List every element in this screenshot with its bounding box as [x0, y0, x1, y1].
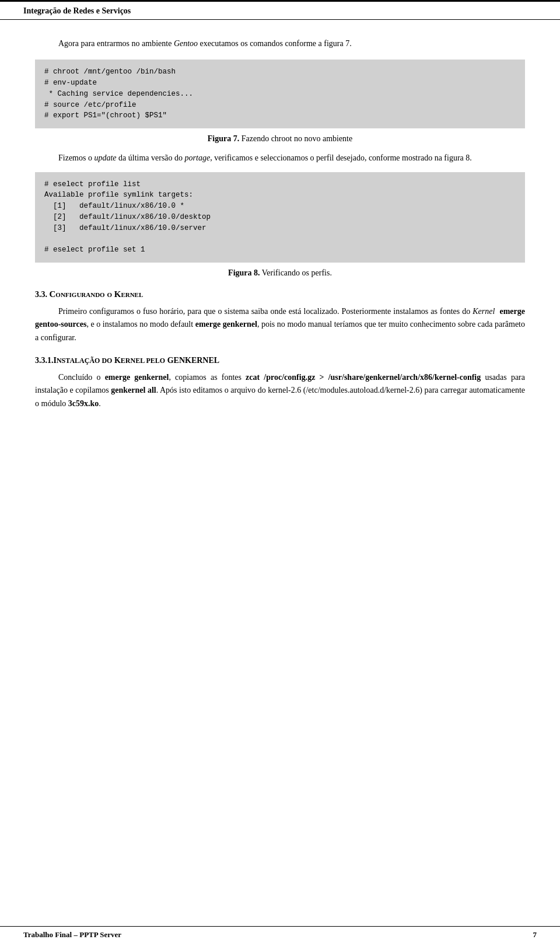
header-title: Integração de Redes e Serviços: [23, 6, 131, 15]
figure-8-caption: Figura 8. Verificando os perfis.: [35, 268, 525, 278]
page-container: Integração de Redes e Serviços Agora par…: [0, 0, 560, 943]
footer-page-number: 7: [533, 930, 537, 939]
page-header: Integração de Redes e Serviços: [0, 2, 560, 20]
code-block-2: # eselect profile list Available profile…: [35, 172, 525, 263]
section-3-3-heading: 3.3. Configurando o Kernel: [35, 289, 525, 299]
page-footer: Trabalho Final – PPTP Server 7: [0, 926, 560, 943]
section-3-3-title: Configurando o Kernel: [50, 289, 144, 299]
section-3-3-paragraph-1: Primeiro configuramos o fuso horário, pa…: [35, 305, 525, 344]
section-3-3-1-heading: 3.3.1.INSTALAÇÃO DO KERNEL PELO GENKERNE…: [35, 356, 525, 365]
page-content: Agora para entrarmos no ambiente Gentoo …: [0, 20, 560, 926]
section-3-3-1-paragraph: Concluído o emerge genkernel, copiamos a…: [35, 371, 525, 410]
section-text-1: Fizemos o update da última versão do por…: [35, 152, 525, 165]
section-3-3-1-title: INSTALAÇÃO DO KERNEL PELO: [54, 356, 166, 365]
footer-left: Trabalho Final – PPTP Server: [23, 930, 121, 939]
intro-paragraph: Agora para entrarmos no ambiente Gentoo …: [35, 37, 525, 50]
code-block-1: # chroot /mnt/gentoo /bin/bash # env-upd…: [35, 60, 525, 128]
figure-7-caption: Figura 7. Fazendo chroot no novo ambient…: [35, 134, 525, 144]
